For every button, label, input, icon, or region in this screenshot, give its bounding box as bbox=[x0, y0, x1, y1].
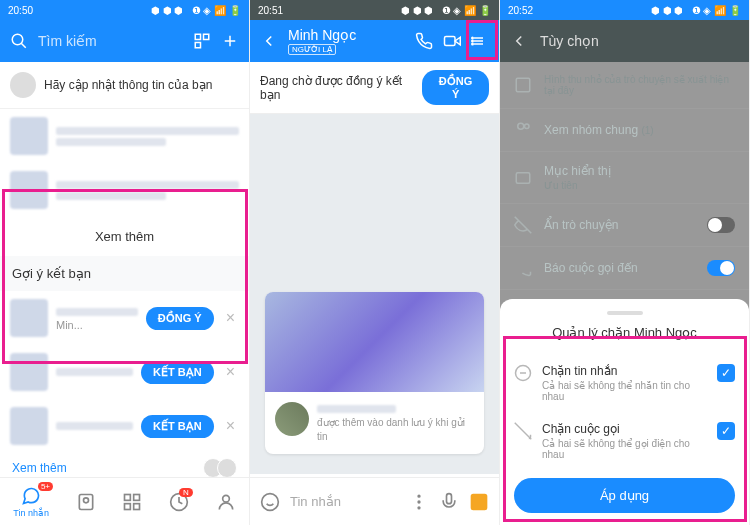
back-icon[interactable] bbox=[510, 32, 528, 50]
checkbox[interactable]: ✓ bbox=[717, 422, 735, 440]
svg-point-0 bbox=[12, 34, 23, 45]
back-icon[interactable] bbox=[260, 32, 278, 50]
waiting-text: Đang chờ được đồng ý kết bạn bbox=[260, 74, 422, 102]
screen-messages: 20:50 ⬢ ⬢ ⬢ ❶ ◈ 📶 🔋 Tìm kiếm Hãy cập nhậ… bbox=[0, 0, 250, 525]
header-title: Tùy chọn bbox=[540, 33, 599, 49]
nav-timeline[interactable]: N bbox=[169, 492, 189, 512]
badge: 5+ bbox=[38, 482, 53, 491]
svg-rect-9 bbox=[125, 494, 131, 500]
options-header: Tùy chọn bbox=[500, 20, 749, 62]
avatar bbox=[275, 402, 309, 436]
mic-icon[interactable] bbox=[439, 492, 459, 512]
friend-suggestions-title: Gợi ý kết bạn bbox=[0, 256, 249, 291]
svg-point-21 bbox=[472, 40, 474, 42]
more-icon[interactable] bbox=[409, 492, 429, 512]
status-time: 20:52 bbox=[508, 5, 533, 16]
svg-point-26 bbox=[418, 501, 420, 503]
status-bar: 20:51 ⬢ ⬢ ⬢ ❶ ◈ 📶 🔋 bbox=[250, 0, 499, 20]
qr-icon[interactable] bbox=[193, 32, 211, 50]
screen-chat: 20:51 ⬢ ⬢ ⬢ ❶ ◈ 📶 🔋 Minh Ngọc NGƯỜI LẠ Đ… bbox=[250, 0, 500, 525]
option-hide-chat[interactable]: Ẩn trò chuyện bbox=[500, 204, 749, 247]
avatar bbox=[10, 171, 48, 209]
app-header: Tìm kiếm bbox=[0, 20, 249, 62]
sticker-icon[interactable] bbox=[260, 492, 280, 512]
option-label: Ẩn trò chuyện bbox=[544, 218, 695, 232]
video-icon[interactable] bbox=[443, 32, 461, 50]
message-input[interactable]: Tin nhắn bbox=[290, 494, 399, 509]
chat-item[interactable] bbox=[0, 163, 249, 217]
menu-icon[interactable] bbox=[471, 32, 489, 50]
toggle[interactable] bbox=[707, 217, 735, 233]
search-icon[interactable] bbox=[10, 32, 28, 50]
nav-discover[interactable] bbox=[122, 492, 142, 512]
phone-icon bbox=[514, 259, 532, 277]
svg-rect-4 bbox=[195, 43, 200, 48]
toggle[interactable] bbox=[707, 260, 735, 276]
svg-rect-3 bbox=[204, 34, 209, 39]
nav-me[interactable] bbox=[216, 492, 236, 512]
hint-text: Hình thu nhỏ của trò chuyện sẽ xuất hiện… bbox=[544, 74, 735, 96]
close-icon[interactable]: × bbox=[222, 363, 239, 381]
nav-contacts[interactable] bbox=[76, 492, 96, 512]
message-card[interactable]: được thêm vào danh lưu ý khi gửi tin bbox=[265, 292, 484, 454]
nav-messages[interactable]: Tin nhắn5+ bbox=[13, 486, 49, 518]
addfriend-button[interactable]: KẾT BẠN bbox=[141, 415, 214, 438]
status-icons: ⬢ ⬢ ⬢ ❶ ◈ 📶 🔋 bbox=[151, 5, 241, 16]
stranger-badge: NGƯỜI LẠ bbox=[288, 44, 336, 55]
addfriend-button[interactable]: KẾT BẠN bbox=[141, 361, 214, 384]
plus-icon[interactable] bbox=[221, 32, 239, 50]
chat-preview-hint: Hình thu nhỏ của trò chuyện sẽ xuất hiện… bbox=[500, 62, 749, 109]
update-info-banner[interactable]: Hãy cập nhật thông tin của bạn bbox=[0, 62, 249, 109]
close-icon[interactable]: × bbox=[222, 417, 239, 435]
agree-button[interactable]: ĐỒNG Ý bbox=[422, 70, 489, 105]
agree-button[interactable]: ĐỒNG Ý bbox=[146, 307, 214, 330]
chat-body[interactable]: được thêm vào danh lưu ý khi gửi tin bbox=[250, 114, 499, 474]
svg-rect-2 bbox=[195, 34, 200, 39]
friend-request-bar: Đang chờ được đồng ý kết bạn ĐỒNG Ý bbox=[250, 62, 499, 114]
contact-icon bbox=[76, 492, 96, 512]
svg-rect-11 bbox=[125, 503, 131, 509]
chat-item[interactable] bbox=[0, 109, 249, 163]
sheet-title: Quản lý chặn Minh Ngọc bbox=[514, 325, 735, 340]
chat-title-block[interactable]: Minh Ngọc NGƯỜI LẠ bbox=[288, 27, 405, 55]
svg-rect-34 bbox=[516, 172, 530, 183]
block-messages-option[interactable]: Chặn tin nhắnCả hai sẽ không thể nhắn ti… bbox=[514, 354, 735, 412]
screen-options: 20:52 ⬢ ⬢ ⬢ ❶ ◈ 📶 🔋 Tùy chọn Hình thu nh… bbox=[500, 0, 750, 525]
see-more-link[interactable]: Xem thêm bbox=[12, 457, 67, 479]
block-label: Chặn cuộc gọi bbox=[542, 422, 707, 436]
search-placeholder: Tìm kiếm bbox=[38, 33, 97, 49]
svg-point-23 bbox=[262, 493, 279, 510]
block-calls-option[interactable]: Chặn cuộc gọiCả hai sẽ không thể gọi điệ… bbox=[514, 412, 735, 470]
svg-point-33 bbox=[525, 124, 530, 129]
svg-rect-31 bbox=[516, 78, 530, 92]
apply-button[interactable]: Áp dụng bbox=[514, 478, 735, 513]
option-call-notify[interactable]: Báo cuộc gọi đến bbox=[500, 247, 749, 290]
suggestion-item: KẾT BẠN × bbox=[0, 399, 249, 453]
sheet-handle[interactable] bbox=[607, 311, 643, 315]
close-icon[interactable]: × bbox=[222, 309, 239, 327]
call-block-icon bbox=[514, 422, 532, 440]
see-more-link[interactable]: Xem thêm bbox=[0, 217, 249, 256]
option-display[interactable]: Mục hiển thịƯu tiên bbox=[500, 152, 749, 204]
image-icon[interactable] bbox=[469, 492, 489, 512]
avatar bbox=[10, 72, 36, 98]
svg-point-27 bbox=[418, 495, 420, 497]
status-bar: 20:52 ⬢ ⬢ ⬢ ❶ ◈ 📶 🔋 bbox=[500, 0, 749, 20]
message-input-bar: Tin nhắn bbox=[250, 477, 499, 525]
call-icon[interactable] bbox=[415, 32, 433, 50]
status-time: 20:50 bbox=[8, 5, 33, 16]
option-groups[interactable]: Xem nhóm chung (1) bbox=[500, 109, 749, 152]
svg-point-32 bbox=[518, 123, 524, 129]
block-sub: Cả hai sẽ không thể nhắn tin cho nhau bbox=[542, 380, 707, 402]
avatar bbox=[10, 407, 48, 445]
avatar-stack bbox=[209, 458, 237, 478]
svg-rect-30 bbox=[472, 494, 487, 509]
person-icon bbox=[216, 492, 236, 512]
search-input[interactable]: Tìm kiếm bbox=[38, 33, 183, 49]
image-icon bbox=[514, 76, 532, 94]
avatar bbox=[10, 299, 48, 337]
option-label: Báo cuộc gọi đến bbox=[544, 261, 695, 275]
checkbox[interactable]: ✓ bbox=[717, 364, 735, 382]
option-label: Mục hiển thị bbox=[544, 164, 735, 178]
avatar bbox=[10, 353, 48, 391]
